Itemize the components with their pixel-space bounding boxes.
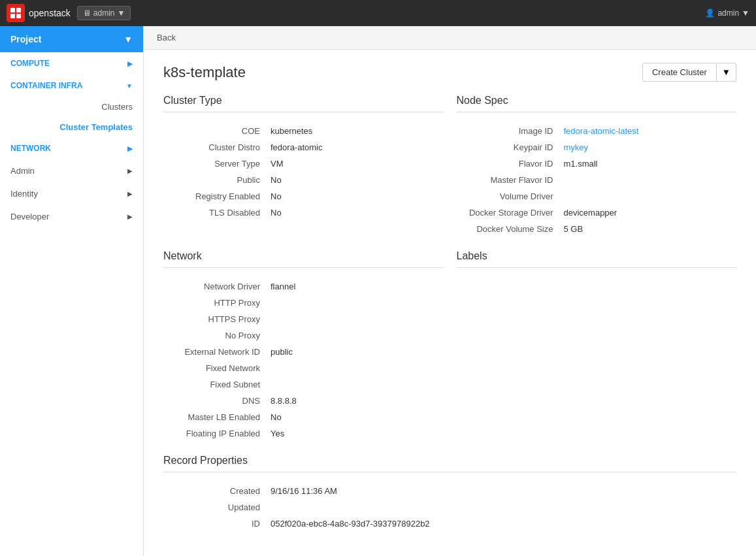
user-label: admin [717, 8, 739, 18]
user-dropdown-arrow: ▼ [742, 8, 749, 18]
field-label: No Proxy [163, 327, 268, 344]
project-chevron-icon: ▼ [123, 34, 133, 44]
svg-rect-1 [16, 8, 21, 12]
project-selector-label: admin [93, 8, 115, 18]
sidebar-section-admin: Admin ▶ [0, 159, 143, 182]
field-label: TLS Disabled [163, 204, 268, 221]
field-link[interactable]: mykey [564, 142, 589, 152]
cluster-templates-label: Cluster Templates [59, 122, 133, 132]
table-row: Flavor IDm1.small [457, 155, 737, 172]
node-spec-divider [457, 112, 737, 112]
network-title: Network [163, 250, 444, 262]
field-label: Master Flavor ID [457, 172, 561, 188]
field-value: devicemapper [561, 204, 737, 221]
sidebar-header-admin[interactable]: Admin ▶ [0, 159, 143, 182]
table-row: Created9/16/16 11:36 AM [163, 483, 736, 499]
user-menu[interactable]: 👤 admin ▼ [705, 8, 749, 18]
action-btn-group: Create Cluster ▼ [642, 63, 736, 82]
table-row: HTTP Proxy [163, 295, 444, 311]
content-area: k8s-template Create Cluster ▼ Cluster Ty… [144, 50, 756, 556]
table-row: ID052f020a-ebc8-4a8c-93d7-3937978922b2 [163, 515, 736, 532]
field-label: COE [163, 123, 268, 139]
table-row: PublicNo [163, 172, 444, 188]
table-row: Cluster Distrofedora-atomic [163, 139, 444, 155]
create-cluster-dropdown-button[interactable]: ▼ [717, 63, 736, 82]
field-value: No [268, 409, 444, 425]
network-chevron-icon: ▶ [127, 145, 133, 152]
table-row: Network Driverflannel [163, 278, 444, 295]
sidebar-item-clusters[interactable]: Clusters [0, 97, 143, 117]
field-value [268, 327, 444, 344]
table-row: No Proxy [163, 327, 444, 344]
sidebar-compute-label: COMPUTE [10, 59, 50, 68]
table-row: Keypair IDmykey [457, 139, 737, 155]
field-value: fedora-atomic [268, 139, 444, 155]
cluster-type-section: Cluster Type COEkubernetesCluster Distro… [163, 95, 457, 237]
field-value [561, 172, 737, 188]
sidebar-header-identity[interactable]: Identity ▶ [0, 182, 143, 205]
sidebar-network-label: NETWORK [10, 144, 51, 153]
cluster-type-table: COEkubernetesCluster Distrofedora-atomic… [163, 123, 444, 221]
network-labels-row: Network Network DriverflannelHTTP ProxyH… [163, 250, 736, 442]
field-value: 5 GB [561, 221, 737, 237]
cluster-type-divider [163, 112, 444, 112]
record-properties-divider [163, 472, 736, 472]
svg-rect-2 [10, 14, 15, 18]
field-label: HTTP Proxy [163, 295, 268, 311]
main-content: Back k8s-template Create Cluster ▼ Clust… [144, 26, 756, 556]
field-label: DNS [163, 393, 268, 409]
record-properties-table: Created9/16/16 11:36 AMUpdatedID052f020a… [163, 483, 736, 532]
field-label: External Network ID [163, 344, 268, 360]
brand-text: openstack [29, 8, 71, 18]
field-value [268, 295, 444, 311]
table-row: Updated [163, 499, 736, 515]
field-link[interactable]: fedora-atomic-latest [564, 126, 639, 136]
field-label: Docker Storage Driver [457, 204, 561, 221]
field-label: Keypair ID [457, 139, 561, 155]
back-button[interactable]: Back [157, 33, 176, 42]
sidebar-header-container-infra[interactable]: CONTAINER INFRA ▼ [0, 74, 143, 97]
field-value: flannel [268, 278, 444, 295]
field-value: Yes [268, 425, 444, 442]
labels-divider [457, 267, 737, 268]
table-row: Fixed Network [163, 360, 444, 376]
network-table: Network DriverflannelHTTP ProxyHTTPS Pro… [163, 278, 444, 442]
user-icon: 👤 [705, 8, 715, 18]
compute-chevron-icon: ▶ [127, 60, 133, 67]
network-divider [163, 267, 444, 268]
table-row: Fixed Subnet [163, 376, 444, 393]
field-label: Floating IP Enabled [163, 425, 268, 442]
cluster-type-title: Cluster Type [163, 95, 444, 106]
field-value[interactable]: fedora-atomic-latest [561, 123, 737, 139]
svg-rect-0 [10, 8, 15, 12]
admin-chevron-icon: ▶ [127, 167, 133, 174]
field-label: Fixed Network [163, 360, 268, 376]
sidebar-header-developer[interactable]: Developer ▶ [0, 205, 143, 228]
field-value [561, 188, 737, 204]
network-section: Network Network DriverflannelHTTP ProxyH… [163, 250, 457, 442]
project-button[interactable]: Project ▼ [0, 26, 143, 52]
field-value[interactable]: mykey [561, 139, 737, 155]
project-selector[interactable]: 🖥 admin ▼ [77, 6, 131, 20]
create-cluster-button[interactable]: Create Cluster [642, 63, 717, 82]
brand: openstack [7, 4, 71, 22]
sidebar-section-identity: Identity ▶ [0, 182, 143, 205]
field-label: Cluster Distro [163, 139, 268, 155]
table-row: Docker Volume Size5 GB [457, 221, 737, 237]
table-row: TLS DisabledNo [163, 204, 444, 221]
field-label: ID [163, 515, 268, 532]
table-row: External Network IDpublic [163, 344, 444, 360]
labels-section: Labels [457, 250, 737, 442]
table-row: Master LB EnabledNo [163, 409, 444, 425]
sidebar-item-cluster-templates[interactable]: Cluster Templates [0, 117, 143, 137]
sidebar-container-infra-label: CONTAINER INFRA [10, 81, 82, 90]
clusters-label: Clusters [101, 102, 133, 112]
field-value: public [268, 344, 444, 360]
dropdown-caret-icon: ▼ [722, 67, 731, 77]
field-label: Flavor ID [457, 155, 561, 172]
sidebar-header-compute[interactable]: COMPUTE ▶ [0, 52, 143, 74]
sidebar-header-network[interactable]: NETWORK ▶ [0, 137, 143, 159]
identity-chevron-icon: ▶ [127, 190, 133, 197]
table-row: Floating IP EnabledYes [163, 425, 444, 442]
cluster-type-node-spec-row: Cluster Type COEkubernetesCluster Distro… [163, 95, 736, 237]
